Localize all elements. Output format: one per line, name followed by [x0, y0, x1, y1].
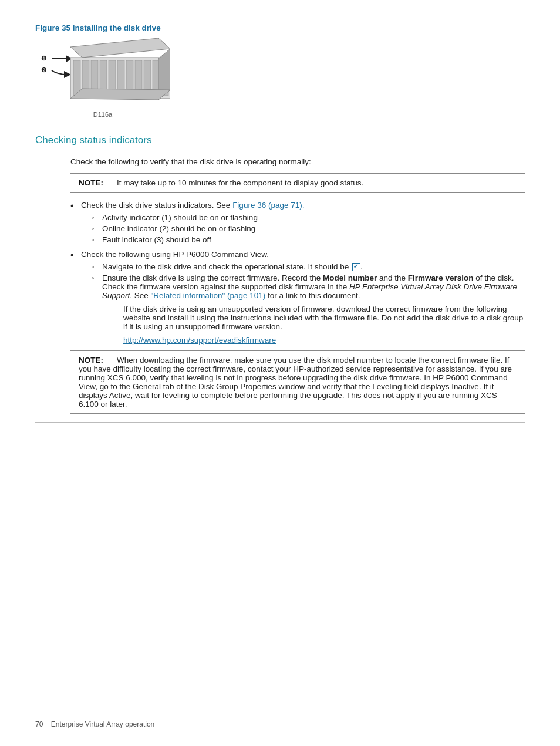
note1-box: NOTE: It may take up to 10 minutes for t…	[70, 173, 525, 193]
page-number: 70	[35, 720, 43, 728]
note1-label: NOTE:	[79, 178, 111, 187]
note1-text: It may take up to 10 minutes for the com…	[117, 178, 363, 187]
figure-caption: Figure 35 Installing the disk drive	[35, 23, 525, 32]
svg-text:❶: ❶	[41, 55, 47, 62]
figure-36-link[interactable]: Figure 36 (page 71).	[232, 201, 304, 210]
section-heading: Checking status indicators	[35, 134, 525, 150]
sub-list-2-item-2: Ensure the disk drive is using the corre…	[92, 274, 525, 345]
note2-text: When downloading the firmware, make sure…	[79, 356, 512, 409]
checking-status-section: Checking status indicators Check the fol…	[35, 134, 525, 414]
note2-box: NOTE: When downloading the firmware, mak…	[70, 350, 525, 414]
firmware-url-link[interactable]: http://www.hp.com/support/evadiskfirmwar…	[123, 336, 276, 345]
svg-marker-17	[70, 89, 170, 100]
bullet-1-text-start: Check the disk drive status indicators. …	[81, 201, 232, 210]
related-information-link[interactable]: "Related information" (page 101)	[151, 291, 266, 300]
svg-marker-3	[70, 38, 170, 58]
firmware-url-container: http://www.hp.com/support/evadiskfirmwar…	[123, 336, 525, 345]
sub-list-2: Navigate to the disk drive and check the…	[92, 262, 525, 345]
firmware-paragraph: If the disk drive is using an unsupporte…	[123, 305, 525, 331]
svg-rect-5	[73, 60, 80, 96]
sub-list-1-item-2: Online indicator (2) should be on or fla…	[92, 224, 525, 233]
section-intro: Check the following to verify that the d…	[70, 157, 525, 166]
footer-rule	[35, 422, 525, 423]
disk-drive-illustration: ❶ ❷	[35, 38, 170, 109]
checkbox-icon	[352, 263, 360, 271]
bullet-2: Check the following using HP P6000 Comma…	[70, 250, 525, 345]
bullet-1: Check the disk drive status indicators. …	[70, 201, 525, 244]
page-footer: 70 Enterprise Virtual Array operation	[35, 720, 154, 728]
main-bullet-list: Check the disk drive status indicators. …	[70, 201, 525, 345]
model-number-bold: Model number	[323, 274, 377, 282]
note2-label: NOTE:	[79, 356, 111, 364]
sub-list-1: Activity indicator (1) should be on or f…	[92, 213, 525, 244]
sub-list-1-item-3: Fault indicator (3) should be off	[92, 235, 525, 244]
figure-label: D116a	[35, 111, 170, 118]
navigate-text-start: Navigate to the disk drive and check the…	[102, 262, 351, 271]
svg-text:❷: ❷	[41, 66, 47, 73]
firmware-version-bold: Firmware version	[408, 274, 474, 282]
bullet-2-text: Check the following using HP P6000 Comma…	[81, 250, 269, 259]
sub-list-2-item-1: Navigate to the disk drive and check the…	[92, 262, 525, 271]
figure-section: Figure 35 Installing the disk drive ❶ ❷	[35, 23, 525, 118]
footer-text: Enterprise Virtual Array operation	[51, 720, 155, 728]
sub-list-1-item-1: Activity indicator (1) should be on or f…	[92, 213, 525, 222]
